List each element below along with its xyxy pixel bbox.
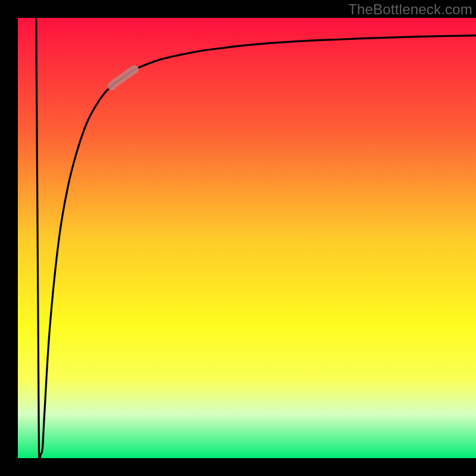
bottleneck-chart (0, 0, 476, 476)
watermark-text: TheBottleneck.com (348, 1, 472, 18)
plot-area (18, 18, 476, 458)
chart-container: TheBottleneck.com (0, 0, 476, 476)
